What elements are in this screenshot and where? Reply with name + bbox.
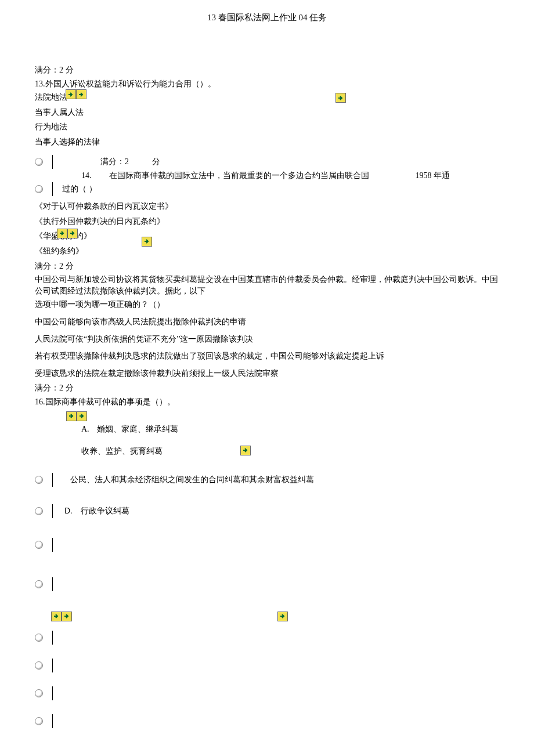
radio-icon[interactable] (35, 661, 43, 670)
arrow-icon (57, 229, 67, 238)
radio-icon[interactable] (35, 185, 43, 193)
separator (52, 182, 53, 196)
question-14: 满分：2 分 14. 在国际商事仲裁的国际立法中，当前最重要的一个多边合约当属由… (35, 154, 499, 257)
score-text: 满分：2 (100, 156, 129, 168)
option: 收养、监护、抚育纠葛 (81, 446, 499, 457)
option-row: 公民、法人和其余经济组织之间发生的合同纠葛和其余财富权益纠葛 (35, 466, 499, 494)
arrow-icon (277, 612, 288, 621)
question-stem: 16.国际商事仲裁可仲裁的事项是（）。 (35, 396, 499, 408)
arrow-icon (62, 612, 72, 621)
radio-icon[interactable] (35, 580, 43, 588)
score-text: 分 (152, 156, 160, 168)
separator (52, 631, 53, 645)
radio-icon[interactable] (35, 717, 43, 725)
option: 《华盛顿条约》 (35, 230, 499, 242)
question-stem: 1958 年通 (416, 170, 450, 182)
option: 若有权受理该撤除仲裁判决恳求的法院做出了驳回该恳求的裁定，中国公司能够对该裁定提… (35, 350, 499, 362)
option: 《纽约条约》 (35, 245, 499, 257)
score-text: 满分：2 分 (35, 261, 499, 272)
option-text: 行政争议纠葛 (81, 505, 129, 517)
radio-empty (35, 712, 499, 730)
question-16: 满分：2 分 16.国际商事仲裁可仲裁的事项是（）。 A. 婚姻、家庭、继承纠葛… (35, 382, 499, 730)
radio-empty (35, 570, 499, 598)
arrow-icon (77, 411, 87, 421)
separator (52, 473, 53, 487)
radio-icon[interactable] (35, 158, 43, 166)
option-row: D. 行政争议纠葛 (35, 497, 499, 525)
question-stem: 过的（ ） (62, 183, 97, 195)
separator (52, 686, 53, 700)
option-text: 法院地法 (35, 93, 67, 102)
score-text: 满分：2 分 (35, 64, 499, 76)
arrow-icon (67, 229, 78, 238)
radio-empty (35, 531, 499, 559)
radio-icon[interactable] (35, 476, 43, 484)
question-number: 14. (81, 170, 92, 182)
row: 过的（ ） (35, 181, 499, 197)
question-stem: 13.外国人诉讼权益能力和诉讼行为能力合用（）。 (35, 78, 499, 90)
row: 满分：2 分 (35, 154, 499, 170)
option-text: 公民、法人和其余经济组织之间发生的合同纠葛和其余财富权益纠葛 (70, 474, 314, 486)
question-stem: 选项中哪一项为哪一项正确的？（） (35, 299, 499, 310)
arrow-icon (76, 89, 86, 99)
arrow-icon (66, 89, 76, 99)
option: 当事人选择的法律 (35, 136, 499, 148)
option: 《执行外国仲裁判决的日内瓦条约》 (35, 216, 499, 227)
arrow-icon (66, 411, 77, 421)
radio-icon[interactable] (35, 507, 43, 515)
option: 当事人属人法 (35, 107, 499, 118)
radio-empty (35, 656, 499, 675)
option-text: 婚姻、家庭、继承纠葛 (97, 425, 178, 433)
radio-icon[interactable] (35, 634, 43, 642)
separator (52, 577, 53, 591)
radio-empty (35, 628, 499, 647)
separator (52, 155, 53, 169)
option: 人民法院可依“判决所依据的凭证不充分”这一原因撤除该判决 (35, 334, 499, 345)
question-stem: 在国际商事仲裁的国际立法中，当前最重要的一个多边合约当属由联合国 (109, 170, 369, 182)
arrow-icon (51, 612, 62, 621)
option-text: 收养、监护、抚育纠葛 (81, 447, 163, 455)
separator (52, 538, 53, 552)
icon-row (52, 610, 499, 621)
icon-row (67, 410, 499, 421)
separator (52, 714, 53, 728)
option: 受理该恳求的法院在裁定撤除该仲裁判决前须报上一级人民法院审察 (35, 368, 499, 379)
question-13: 满分：2 分 13.外国人诉讼权益能力和诉讼行为能力合用（）。 法院地法 当事人… (35, 64, 499, 148)
radio-icon[interactable] (35, 689, 43, 697)
page-title: 13 春国际私法网上作业 04 任务 (35, 12, 499, 24)
arrow-icon (335, 93, 346, 103)
option: 法院地法 (35, 92, 499, 103)
separator (52, 504, 53, 518)
option: 行为地法 (35, 121, 499, 133)
score-text: 满分：2 分 (35, 382, 499, 394)
option: A. 婚姻、家庭、继承纠葛 (81, 424, 499, 435)
question-stem: 中国公司与新加坡公司协议将其货物买卖纠葛提交设在中国某直辖市的仲裁委员会仲裁。经… (35, 274, 499, 296)
option: 中国公司能够向该市高级人民法院提出撤除仲裁判决的申请 (35, 316, 499, 328)
arrow-icon (240, 446, 251, 455)
question-15: 满分：2 分 中国公司与新加坡公司协议将其货物买卖纠葛提交设在中国某直辖市的仲裁… (35, 261, 499, 379)
option: 《对于认可仲裁条款的日内瓦议定书》 (35, 201, 499, 212)
radio-icon[interactable] (35, 541, 43, 549)
separator (52, 659, 53, 672)
option-prefix: A. (81, 425, 89, 433)
arrow-icon (142, 237, 152, 247)
radio-empty (35, 684, 499, 703)
option-prefix: D. (64, 505, 73, 517)
